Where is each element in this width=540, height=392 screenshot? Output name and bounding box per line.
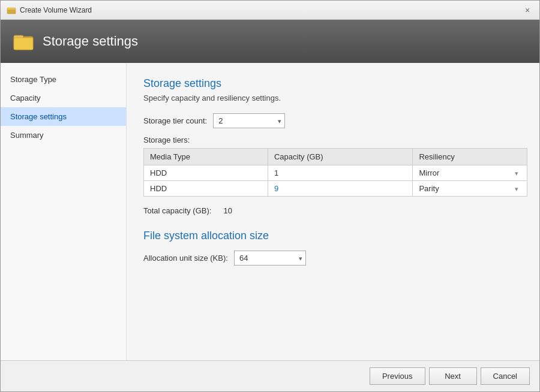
- col-header-media-type: Media Type: [144, 149, 268, 165]
- table-row: HDD Parity Mirror Simple: [144, 181, 527, 197]
- title-bar-left: Create Volume Wizard: [7, 5, 92, 15]
- col-header-resiliency: Resiliency: [413, 149, 527, 165]
- row1-resiliency-select[interactable]: Mirror Parity Simple: [419, 168, 521, 177]
- section-subtitle: Specify capacity and resiliency settings…: [143, 94, 523, 102]
- row1-resiliency-wrapper: Mirror Parity Simple: [419, 168, 521, 177]
- sidebar-label-summary: Summary: [10, 131, 44, 140]
- svg-point-2: [8, 8, 10, 10]
- tier-count-row: Storage tier count: 2 1 3 4: [143, 113, 523, 128]
- tiers-table: Media Type Capacity (GB) Resiliency HDD: [143, 148, 527, 197]
- header-title: Storage settings: [43, 34, 138, 49]
- sidebar-item-capacity[interactable]: Capacity: [1, 89, 126, 107]
- next-button[interactable]: Next: [429, 367, 477, 385]
- wizard-icon: [7, 5, 16, 15]
- row2-capacity: [268, 181, 412, 197]
- total-capacity-row: Total capacity (GB): 10: [143, 206, 523, 215]
- row2-capacity-input[interactable]: [274, 184, 310, 193]
- sidebar-label-storage-settings: Storage settings: [10, 112, 67, 121]
- content-area: Storage Type Capacity Storage settings S…: [1, 63, 539, 360]
- row2-resiliency-select[interactable]: Parity Mirror Simple: [419, 184, 521, 193]
- total-capacity-value: 10: [223, 206, 232, 215]
- sidebar-item-summary[interactable]: Summary: [1, 126, 126, 144]
- main-content: Storage settings Specify capacity and re…: [127, 63, 539, 360]
- row1-media-type: HDD: [144, 165, 268, 181]
- header-folder-icon: [13, 31, 34, 52]
- create-volume-wizard: Create Volume Wizard × Storage settings …: [0, 0, 540, 392]
- row2-resiliency: Parity Mirror Simple: [413, 181, 527, 197]
- row1-capacity-input[interactable]: [274, 168, 310, 177]
- row1-capacity: [268, 165, 412, 181]
- row2-resiliency-wrapper: Parity Mirror Simple: [419, 184, 521, 193]
- section-title: Storage settings: [143, 77, 523, 90]
- title-bar: Create Volume Wizard ×: [1, 1, 539, 20]
- close-button[interactable]: ×: [521, 4, 533, 16]
- col-header-capacity: Capacity (GB): [268, 149, 412, 165]
- tier-count-label: Storage tier count:: [143, 116, 207, 125]
- file-system-title: File system allocation size: [143, 230, 523, 242]
- sidebar: Storage Type Capacity Storage settings S…: [1, 63, 127, 360]
- cancel-button[interactable]: Cancel: [481, 367, 530, 385]
- tier-count-select[interactable]: 2 1 3 4: [213, 113, 285, 128]
- allocation-select[interactable]: 4 8 16 32 64 128 256 512: [234, 251, 306, 266]
- allocation-label: Allocation unit size (KB):: [143, 254, 228, 263]
- footer: Previous Next Cancel: [1, 360, 539, 391]
- title-bar-text: Create Volume Wizard: [20, 6, 92, 14]
- header: Storage settings: [1, 20, 539, 63]
- sidebar-label-capacity: Capacity: [10, 94, 41, 102]
- sidebar-label-storage-type: Storage Type: [10, 75, 56, 84]
- allocation-row: Allocation unit size (KB): 4 8 16 32 64 …: [143, 251, 523, 266]
- sidebar-item-storage-type[interactable]: Storage Type: [1, 70, 126, 89]
- row2-media-type: HDD: [144, 181, 268, 197]
- row1-resiliency: Mirror Parity Simple: [413, 165, 527, 181]
- total-capacity-label: Total capacity (GB):: [143, 206, 211, 215]
- storage-tiers-label: Storage tiers:: [143, 135, 523, 144]
- sidebar-item-storage-settings[interactable]: Storage settings: [1, 107, 126, 126]
- previous-button[interactable]: Previous: [370, 367, 425, 385]
- table-row: HDD Mirror Parity Simple: [144, 165, 527, 181]
- svg-rect-5: [14, 38, 33, 50]
- allocation-select-wrapper: 4 8 16 32 64 128 256 512: [234, 251, 306, 266]
- tier-count-select-wrapper: 2 1 3 4: [213, 113, 285, 128]
